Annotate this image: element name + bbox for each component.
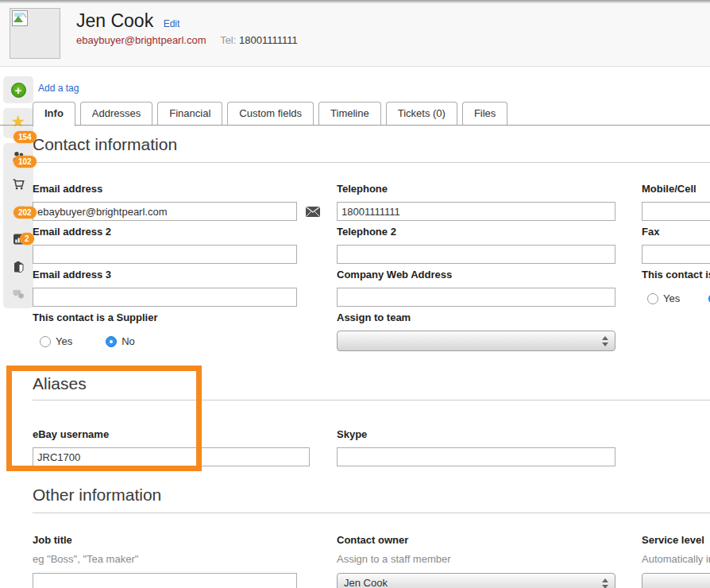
aliases-column-2: Skype — [337, 428, 615, 471]
tab-bar: Info Addresses Financial Custom fields T… — [33, 102, 512, 126]
mobile-cell-input[interactable] — [642, 202, 710, 221]
telephone-label: Telephone — [337, 183, 615, 197]
email-address-3-label: Email address 3 — [33, 269, 297, 283]
job-title-label: Job title — [33, 534, 297, 548]
contact-owner-select[interactable]: Jen Cook — [337, 573, 615, 588]
telephone-input[interactable] — [337, 202, 615, 221]
contact-owner-helper: Assign to a staff member — [337, 553, 615, 566]
tab-info[interactable]: Info — [33, 102, 75, 126]
company-web-address-label: Company Web Address — [337, 269, 615, 283]
email-address-2-label: Email address 2 — [33, 226, 297, 240]
add-a-tag-link[interactable]: Add a tag — [38, 83, 79, 94]
tab-timeline[interactable]: Timeline — [318, 102, 381, 125]
fax-input[interactable] — [642, 245, 710, 264]
reports-count-badge: 202 — [14, 207, 37, 219]
skype-input[interactable] — [337, 447, 615, 466]
job-title-helper: eg "Boss", "Tea maker" — [33, 553, 297, 566]
skype-label: Skype — [337, 428, 615, 443]
section-rule — [33, 162, 710, 163]
section-title-contact-information: Contact information — [33, 135, 177, 154]
supplier-yes-label: Yes — [56, 335, 72, 347]
tab-tickets[interactable]: Tickets (0) — [386, 102, 457, 125]
contact-name: Jen Cook — [76, 10, 153, 31]
header-email: ebaybuyer@brightpearl.com — [76, 34, 206, 46]
orders-count-badge: 102 — [14, 156, 37, 168]
service-level-helper: Automatically inh — [642, 553, 710, 566]
tab-files[interactable]: Files — [462, 102, 507, 125]
send-email-icon[interactable] — [306, 206, 320, 220]
sidebar-segment-add: + — [3, 76, 33, 103]
header-tel-label: Tel: — [220, 34, 236, 46]
other-column-3: Service level Automatically inh — [642, 534, 710, 588]
contact-is-yes-radio[interactable] — [647, 293, 658, 304]
tab-custom-fields[interactable]: Custom fields — [227, 102, 314, 125]
contact-is-yes-label: Yes — [663, 292, 680, 304]
tab-financial[interactable]: Financial — [157, 102, 222, 125]
section-title-other-information: Other information — [33, 485, 161, 505]
contact-owner-value: Jen Cook — [344, 577, 388, 588]
sidebar-item-notes[interactable] — [3, 253, 33, 280]
sidebar-item-orders[interactable] — [3, 171, 33, 199]
email-address-3-input[interactable] — [33, 288, 297, 307]
clipboard-icon — [12, 261, 25, 273]
mobile-cell-label: Mobile/Cell — [642, 183, 710, 197]
contact-detail-page: Jen Cook Edit ebaybuyer@brightpearl.com … — [0, 0, 710, 588]
sidebar-segment-nav — [3, 143, 33, 308]
section-rule — [33, 513, 710, 513]
telephone-2-label: Telephone 2 — [337, 226, 615, 240]
email-address-label: Email address — [33, 183, 297, 197]
assign-to-team-label: Assign to team — [337, 311, 615, 326]
aliases-column-1: eBay username — [33, 428, 310, 471]
contacts-count-badge: 154 — [14, 131, 37, 143]
contact-info-column-2: Telephone Telephone 2 Company Web Addres… — [337, 183, 615, 356]
contact-is-label: This contact is a — [642, 269, 710, 283]
contact-owner-label: Contact owner — [337, 534, 615, 548]
notes-count-badge: 2 — [20, 233, 34, 245]
job-title-input[interactable] — [33, 573, 297, 588]
edit-link[interactable]: Edit — [164, 18, 180, 29]
tab-addresses[interactable]: Addresses — [80, 102, 152, 125]
select-stepper-icon — [602, 578, 608, 588]
star-icon: ★ — [11, 114, 26, 130]
avatar — [10, 8, 60, 59]
service-level-select[interactable] — [642, 573, 710, 588]
plus-icon: + — [11, 83, 26, 98]
other-column-2: Contact owner Assign to a staff member J… — [337, 534, 615, 588]
fax-label: Fax — [642, 226, 710, 240]
contact-info-column-3: Mobile/Cell Fax This contact is a Yes — [642, 183, 710, 309]
select-stepper-icon — [602, 335, 608, 347]
section-rule — [33, 400, 710, 400]
email-address-input[interactable] — [33, 202, 297, 221]
company-web-address-input[interactable] — [337, 288, 615, 307]
add-button[interactable]: + — [3, 76, 33, 103]
ebay-username-label: eBay username — [33, 428, 310, 443]
service-level-label: Service level — [642, 534, 710, 548]
supplier-yes-radio[interactable] — [40, 336, 51, 347]
sidebar-item-messages[interactable] — [3, 280, 33, 308]
email-address-2-input[interactable] — [33, 245, 297, 264]
supplier-radio-group: Yes No — [33, 335, 297, 347]
supplier-no-label: No — [122, 335, 135, 347]
assign-to-team-select[interactable] — [337, 331, 615, 351]
contact-info-column-1: Email address Email address 2 Email addr… — [33, 183, 297, 352]
other-column-1: Job title eg "Boss", "Tea maker" — [33, 534, 297, 588]
section-title-aliases: Aliases — [33, 374, 87, 393]
contact-header: Jen Cook Edit ebaybuyer@brightpearl.com … — [0, 0, 710, 67]
chat-icon — [11, 288, 25, 300]
top-shadow-strip — [0, 0, 710, 3]
supplier-no-radio[interactable] — [106, 336, 117, 347]
cart-icon — [12, 178, 25, 191]
contact-is-radio-group: Yes — [642, 292, 710, 304]
telephone-2-input[interactable] — [337, 245, 615, 264]
broken-image-icon — [12, 10, 28, 26]
supplier-label: This contact is a Supplier — [33, 311, 297, 326]
header-tel-value: 18001111111 — [239, 34, 298, 46]
ebay-username-input[interactable] — [33, 447, 310, 466]
